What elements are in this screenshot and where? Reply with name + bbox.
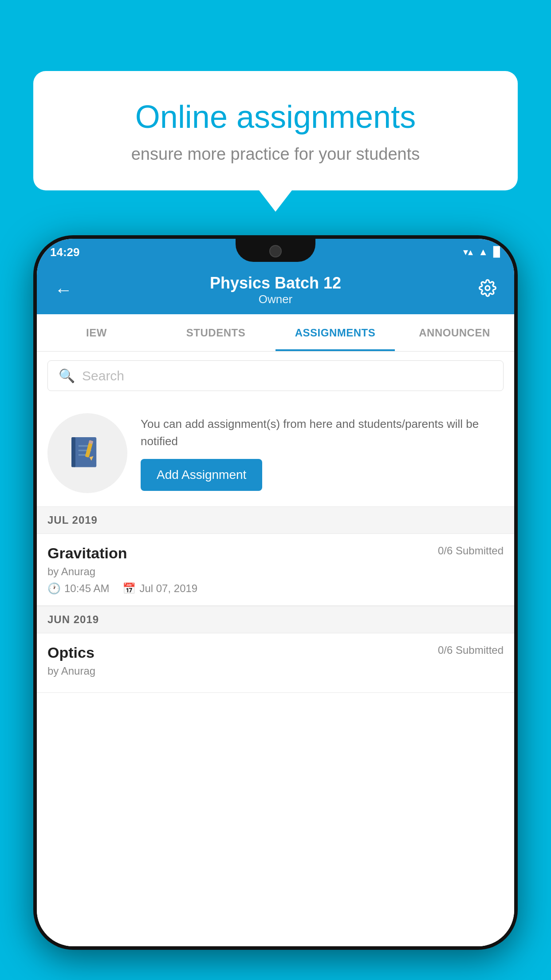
speech-bubble-container: Online assignments ensure more practice … [33,71,518,190]
assignment-item-gravitation[interactable]: Gravitation 0/6 Submitted by Anurag 🕐 10… [37,534,514,606]
phone-screen: 14:29 ▾▴ ▲ ▉ ← Physics Batch 12 Owner [37,239,514,946]
assignment-header-row: Gravitation 0/6 Submitted [47,545,504,562]
screen-content: 🔍 Search [37,352,514,946]
promo-right: You can add assignment(s) from here and … [141,415,504,491]
app-bar-subtitle: Owner [77,292,474,306]
assignment-date: 📅 Jul 07, 2019 [122,582,197,595]
phone-notch [236,239,315,262]
tab-announcements[interactable]: ANNOUNCEN [395,314,514,351]
section-jun-2019: JUN 2019 [37,606,514,633]
assignment-title: Gravitation [47,545,127,562]
front-camera [269,245,282,257]
assignment-time: 🕐 10:45 AM [47,582,109,595]
wifi-icon: ▾▴ [463,246,473,258]
search-bar[interactable]: 🔍 Search [47,360,504,391]
status-icons: ▾▴ ▲ ▉ [463,246,501,258]
battery-icon: ▉ [493,246,501,258]
clock-icon: 🕐 [47,582,61,595]
tab-bar: IEW STUDENTS ASSIGNMENTS ANNOUNCEN [37,314,514,352]
speech-bubble-title: Online assignments [69,98,482,136]
search-container: 🔍 Search [37,352,514,400]
app-bar: ← Physics Batch 12 Owner [37,265,514,314]
assignment-by: by Anurag [47,565,504,578]
assignment-by-optics: by Anurag [47,665,504,677]
assignment-header-row-optics: Optics 0/6 Submitted [47,644,504,661]
assignment-status: 0/6 Submitted [438,545,504,557]
assignment-title-optics: Optics [47,644,94,661]
calendar-icon: 📅 [122,582,136,595]
settings-button[interactable] [474,275,501,305]
phone-frame: 14:29 ▾▴ ▲ ▉ ← Physics Batch 12 Owner [33,235,518,950]
search-placeholder: Search [82,368,124,383]
tab-iew[interactable]: IEW [37,314,156,351]
speech-bubble: Online assignments ensure more practice … [33,71,518,190]
notebook-icon [67,433,107,473]
speech-bubble-subtitle: ensure more practice for your students [69,145,482,164]
promo-block: You can add assignment(s) from here and … [37,400,514,506]
signal-icon: ▲ [478,246,488,258]
back-button[interactable]: ← [50,276,77,304]
search-icon: 🔍 [59,368,75,383]
app-bar-title: Physics Batch 12 [77,274,474,292]
status-time: 14:29 [50,245,80,259]
assignment-item-optics[interactable]: Optics 0/6 Submitted by Anurag [37,633,514,693]
add-assignment-button[interactable]: Add Assignment [141,459,262,491]
assignment-status-optics: 0/6 Submitted [438,644,504,656]
promo-text: You can add assignment(s) from here and … [141,415,504,450]
promo-icon-circle [47,413,127,493]
section-jul-2019: JUL 2019 [37,506,514,534]
tab-students[interactable]: STUDENTS [156,314,276,351]
svg-rect-2 [71,437,75,467]
tab-assignments[interactable]: ASSIGNMENTS [276,314,395,351]
svg-point-0 [485,286,490,290]
app-bar-title-section: Physics Batch 12 Owner [77,274,474,306]
assignment-meta: 🕐 10:45 AM 📅 Jul 07, 2019 [47,582,504,595]
